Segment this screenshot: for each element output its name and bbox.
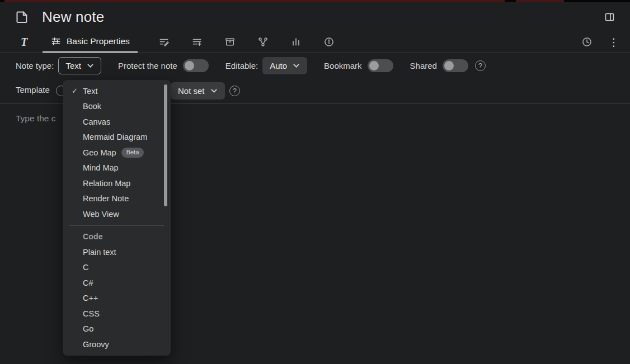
formatting-toolbar-toggle[interactable]: T: [12, 31, 36, 53]
new-note-icon: [15, 10, 30, 25]
menu-item-plain-text[interactable]: Plain text: [63, 244, 171, 260]
promoted-attributes-button[interactable]: [181, 31, 214, 53]
menu-item-book[interactable]: Book: [63, 99, 171, 115]
chevron-down-icon: [87, 62, 94, 69]
toggle-knob: [444, 61, 454, 70]
chevron-down-icon: [293, 62, 300, 69]
editable-label: Editable:: [225, 61, 258, 70]
menu-section-code: Code: [63, 229, 171, 245]
protect-note-label: Protect the note: [118, 61, 177, 70]
tab-label: Basic Properties: [67, 36, 130, 46]
menu-item-mind-map[interactable]: Mind Map: [63, 160, 171, 176]
right-pane-toggle-button[interactable]: [601, 9, 618, 25]
tab-strip-segment: [4, 0, 505, 2]
menu-item-go[interactable]: Go: [63, 322, 171, 337]
tab-strip-segment: [516, 0, 564, 2]
menu-item-csharp[interactable]: C#: [63, 275, 171, 291]
editable-select[interactable]: Auto: [262, 57, 307, 74]
history-clock-icon: [581, 36, 593, 48]
book-properties-button[interactable]: [214, 31, 247, 53]
share-fork-icon: [257, 36, 269, 48]
menu-item-c[interactable]: C: [63, 260, 171, 276]
menu-item-relation-map[interactable]: Relation Map: [63, 176, 171, 191]
note-type-menu: ✓ Text Book Canvas Mermaid Diagram Geo M…: [63, 80, 171, 356]
menu-item-geo-map[interactable]: Geo Map Beta: [63, 145, 171, 160]
sliders-icon: [50, 36, 62, 47]
template-help-icon[interactable]: ?: [229, 86, 240, 96]
ribbon: T Basic Properties: [0, 31, 630, 53]
template-label: Template: [16, 85, 50, 94]
template-select[interactable]: Not set: [171, 82, 225, 100]
split-pane-icon: [604, 11, 615, 23]
chevron-down-icon: [210, 87, 218, 94]
menu-item-css[interactable]: CSS: [63, 306, 171, 322]
note-title-bar: New note: [0, 2, 630, 31]
menu-item-render-note[interactable]: Render Note: [63, 191, 171, 207]
info-circle-icon: [323, 36, 335, 48]
protect-note-toggle[interactable]: [183, 59, 209, 72]
bar-chart-icon: [290, 36, 302, 48]
more-options-button[interactable]: ⋮: [605, 31, 622, 53]
pencil-lines-icon: [158, 36, 170, 48]
menu-item-text[interactable]: ✓ Text: [63, 83, 171, 99]
menu-item-canvas[interactable]: Canvas: [63, 114, 171, 130]
kebab-menu-icon: ⋮: [609, 37, 619, 48]
shared-label: Shared: [410, 61, 437, 70]
note-info-button[interactable]: [313, 31, 346, 53]
browser-tab-strip: [0, 0, 630, 2]
similar-notes-button[interactable]: [280, 31, 313, 53]
toggle-knob: [185, 61, 194, 70]
note-type-label: Note type:: [16, 61, 54, 70]
archive-box-icon: [224, 36, 236, 48]
note-title[interactable]: New note: [42, 8, 104, 26]
basic-properties-row: Note type: Text Protect the note Editabl…: [0, 53, 630, 78]
menu-item-groovy[interactable]: Groovy: [63, 337, 171, 352]
toggle-knob: [369, 61, 379, 70]
menu-scrollbar[interactable]: [164, 84, 167, 206]
check-icon: ✓: [72, 87, 78, 95]
beta-badge: Beta: [121, 148, 144, 158]
revisions-button[interactable]: [575, 31, 599, 53]
list-plus-icon: [191, 36, 203, 48]
editor-placeholder: Type the c: [16, 114, 56, 123]
bookmark-label: Bookmark: [324, 61, 362, 70]
owned-attributes-button[interactable]: [148, 31, 181, 53]
shared-help-icon[interactable]: ?: [475, 60, 486, 71]
menu-divider: [69, 225, 164, 226]
shared-toggle[interactable]: [443, 59, 468, 72]
note-map-button[interactable]: [247, 31, 280, 53]
note-type-select[interactable]: Text: [58, 57, 101, 74]
menu-item-cpp[interactable]: C++: [63, 291, 171, 306]
bookmark-toggle[interactable]: [368, 59, 393, 72]
menu-item-mermaid-diagram[interactable]: Mermaid Diagram: [63, 130, 171, 145]
menu-item-web-view[interactable]: Web View: [63, 206, 171, 222]
italic-t-icon: T: [21, 36, 27, 49]
app-window: New note T Basic Properties: [0, 0, 630, 364]
tab-basic-properties[interactable]: Basic Properties: [43, 31, 138, 53]
